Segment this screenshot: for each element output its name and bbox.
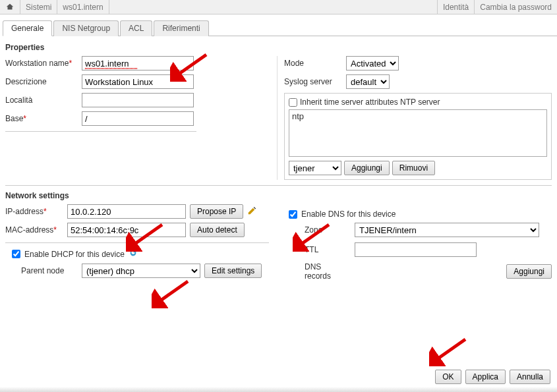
propose-ip-button[interactable]: Propose IP: [190, 204, 243, 219]
divider: [5, 131, 196, 132]
tab-general[interactable]: Generale: [3, 20, 52, 36]
network-right: Enable DNS for this device Zone TJENER/i…: [289, 204, 552, 286]
ok-button[interactable]: OK: [435, 370, 461, 384]
node-crumb[interactable]: ws01.intern: [57, 0, 109, 14]
tab-refs[interactable]: Riferimenti: [154, 20, 208, 36]
annotation-arrow: [429, 336, 469, 366]
parent-node-select[interactable]: (tjener) dhcp: [82, 264, 200, 278]
identity-link[interactable]: Identità: [437, 0, 474, 14]
dns-checkbox[interactable]: [289, 210, 297, 219]
properties-right: Mode Activated Syslog server default Inh…: [284, 56, 552, 180]
mode-label: Mode: [284, 59, 342, 68]
dhcp-checkbox[interactable]: [12, 250, 20, 258]
breadcrumb-right: Identità Cambia la password: [437, 0, 557, 14]
pencil-icon[interactable]: [247, 206, 256, 217]
properties-title: Properties: [5, 43, 552, 52]
base-label: Base*: [5, 114, 78, 123]
tab-acl[interactable]: ACL: [120, 20, 152, 36]
bottom-shadow: [0, 387, 557, 392]
ip-input[interactable]: [67, 204, 186, 219]
description-label: Descrizione: [5, 77, 78, 86]
content: Properties Workstation name* Descrizione…: [0, 36, 557, 286]
dns-enable-label: Enable DNS for this device: [301, 210, 396, 219]
dns-add-button[interactable]: Aggiungi: [506, 264, 552, 279]
zone-select[interactable]: TJENER/intern: [355, 223, 539, 237]
ttl-label: TTL: [289, 245, 348, 254]
properties-left: Workstation name* Descrizione Località B…: [5, 56, 278, 180]
ip-label: IP-address*: [5, 207, 63, 216]
ntp-inherit-label: Inherit time server attributes NTP serve…: [300, 98, 440, 107]
ntp-server-select[interactable]: tjener: [289, 161, 341, 175]
cancel-button[interactable]: Annulla: [510, 370, 550, 384]
dhcp-label: Enable DHCP for this device: [24, 250, 125, 259]
network-left: IP-address* Propose IP MAC-address* Auto…: [5, 204, 269, 286]
ttl-input[interactable]: [355, 242, 477, 257]
breadcrumb-left: Sistemi ws01.intern: [0, 0, 437, 14]
network-title: Network settings: [5, 191, 552, 200]
location-input[interactable]: [82, 93, 194, 107]
autodetect-button[interactable]: Auto detect: [190, 223, 245, 237]
refresh-icon[interactable]: [129, 248, 138, 260]
description-input[interactable]: [82, 74, 194, 89]
edit-settings-button[interactable]: Edit settings: [204, 264, 262, 278]
divider: [5, 242, 269, 243]
mac-input[interactable]: [67, 223, 186, 237]
divider: [5, 185, 552, 186]
mode-select[interactable]: Activated: [346, 56, 399, 70]
mac-label: MAC-address*: [5, 225, 63, 235]
syslog-label: Syslog server: [284, 77, 342, 86]
apply-button[interactable]: Applica: [465, 370, 506, 384]
ntp-block: Inherit time server attributes NTP serve…: [284, 93, 552, 180]
home-link[interactable]: [0, 0, 20, 14]
ntp-inherit-checkbox[interactable]: [289, 98, 297, 107]
zone-label: Zone: [289, 225, 348, 235]
tab-nis[interactable]: NIS Netgroup: [53, 20, 119, 36]
ntp-list-item[interactable]: ntp: [292, 111, 544, 121]
base-input[interactable]: [82, 111, 194, 126]
home-icon: [5, 3, 15, 12]
ntp-list[interactable]: ntp: [289, 109, 547, 157]
properties-cols: Workstation name* Descrizione Località B…: [5, 56, 552, 180]
location-label: Località: [5, 96, 78, 105]
ntp-add-button[interactable]: Aggiungi: [344, 161, 390, 175]
network-cols: IP-address* Propose IP MAC-address* Auto…: [5, 204, 552, 286]
breadcrumb-bar: Sistemi ws01.intern Identità Cambia la p…: [0, 0, 557, 14]
ntp-remove-button[interactable]: Rimuovi: [392, 161, 435, 175]
svg-line-4: [434, 339, 465, 361]
parent-node-label: Parent node: [21, 266, 78, 275]
footer: OK Applica Annulla: [435, 370, 550, 384]
workstation-name-label: Workstation name*: [5, 59, 78, 68]
tabs: Generale NIS Netgroup ACL Riferimenti: [3, 20, 557, 36]
syslog-select[interactable]: default: [346, 74, 390, 89]
workstation-name-input[interactable]: [82, 56, 194, 70]
dns-records-label: DNS records: [289, 262, 348, 281]
change-password-link[interactable]: Cambia la password: [474, 0, 557, 14]
systems-link[interactable]: Sistemi: [20, 0, 57, 14]
